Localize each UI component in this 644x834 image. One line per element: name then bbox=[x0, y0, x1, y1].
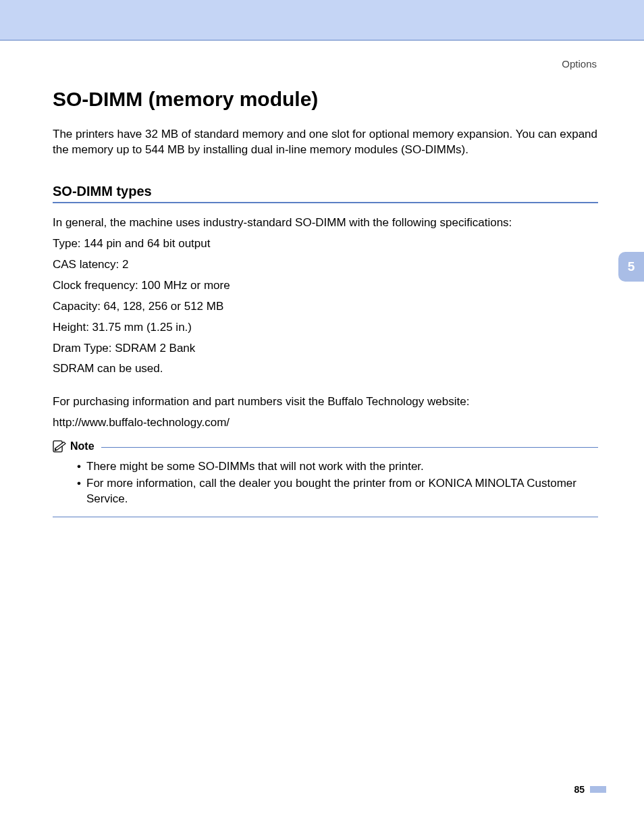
top-header-rule bbox=[0, 40, 644, 41]
page-title: SO-DIMM (memory module) bbox=[53, 88, 598, 111]
top-header-bar bbox=[0, 0, 644, 40]
page-footer: 85 bbox=[574, 784, 606, 795]
note-icon bbox=[53, 440, 66, 452]
spec-line: Dram Type: SDRAM 2 Bank bbox=[53, 341, 598, 357]
spec-line: Height: 31.75 mm (1.25 in.) bbox=[53, 320, 598, 336]
note-item: There might be some SO-DIMMs that will n… bbox=[77, 459, 598, 475]
note-bottom-rule bbox=[53, 517, 598, 517]
subheading: SO-DIMM types bbox=[53, 184, 598, 203]
footer-accent bbox=[590, 786, 606, 793]
chapter-tab[interactable]: 5 bbox=[618, 252, 644, 282]
intro-paragraph: The printers have 32 MB of standard memo… bbox=[53, 127, 598, 158]
spec-lead: In general, the machine uses industry-st… bbox=[53, 215, 598, 231]
note-item: For more information, call the dealer yo… bbox=[77, 476, 598, 507]
spec-line: Type: 144 pin and 64 bit output bbox=[53, 236, 598, 252]
note-block: Note There might be some SO-DIMMs that w… bbox=[53, 440, 598, 517]
purchase-url[interactable]: http://www.buffalo-technology.com/ bbox=[53, 415, 598, 431]
purchase-line: For purchasing information and part numb… bbox=[53, 394, 598, 410]
page-content: SO-DIMM (memory module) The printers hav… bbox=[53, 88, 598, 517]
spec-line: Capacity: 64, 128, 256 or 512 MB bbox=[53, 299, 598, 315]
note-title: Note bbox=[70, 440, 95, 452]
spec-line: CAS latency: 2 bbox=[53, 257, 598, 273]
note-top-rule bbox=[101, 447, 598, 448]
page-number: 85 bbox=[574, 784, 585, 795]
spec-line: SDRAM can be used. bbox=[53, 361, 598, 377]
section-label: Options bbox=[562, 58, 597, 70]
spec-line: Clock frequency: 100 MHz or more bbox=[53, 278, 598, 294]
note-list: There might be some SO-DIMMs that will n… bbox=[77, 459, 598, 507]
